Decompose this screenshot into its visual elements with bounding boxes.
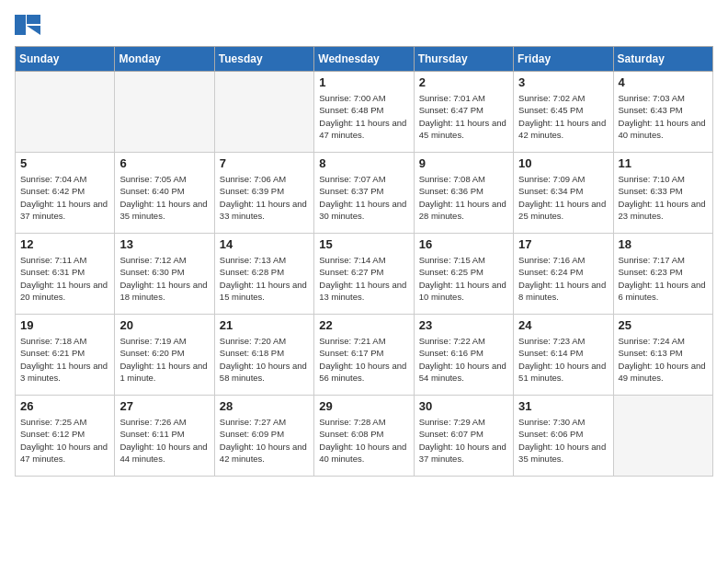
day-number: 11	[619, 156, 708, 170]
day-detail: Sunrise: 7:08 AMSunset: 6:36 PMDaylight:…	[419, 173, 508, 222]
calendar-cell: 7Sunrise: 7:06 AMSunset: 6:39 PMDaylight…	[214, 153, 313, 234]
calendar-cell: 2Sunrise: 7:01 AMSunset: 6:47 PMDaylight…	[414, 72, 513, 153]
svg-rect-1	[27, 15, 40, 24]
day-detail: Sunrise: 7:20 AMSunset: 6:18 PMDaylight:…	[220, 335, 309, 384]
day-detail: Sunrise: 7:25 AMSunset: 6:12 PMDaylight:…	[20, 416, 109, 465]
svg-rect-0	[15, 15, 26, 35]
day-number: 13	[119, 237, 209, 251]
calendar-week-row: 19Sunrise: 7:18 AMSunset: 6:21 PMDayligh…	[16, 315, 713, 396]
calendar-cell: 18Sunrise: 7:17 AMSunset: 6:23 PMDayligh…	[613, 234, 712, 315]
day-detail: Sunrise: 7:24 AMSunset: 6:13 PMDaylight:…	[619, 335, 708, 384]
day-detail: Sunrise: 7:05 AMSunset: 6:40 PMDaylight:…	[119, 173, 209, 222]
day-number: 25	[619, 318, 708, 332]
calendar-header-row: SundayMondayTuesdayWednesdayThursdayFrid…	[16, 47, 713, 72]
day-number: 23	[419, 318, 508, 332]
day-detail: Sunrise: 7:04 AMSunset: 6:42 PMDaylight:…	[20, 173, 109, 222]
day-number: 6	[119, 156, 209, 170]
day-number: 19	[20, 318, 109, 332]
calendar-cell: 9Sunrise: 7:08 AMSunset: 6:36 PMDaylight…	[414, 153, 513, 234]
day-detail: Sunrise: 7:11 AMSunset: 6:31 PMDaylight:…	[20, 254, 109, 303]
column-header-thursday: Thursday	[414, 47, 513, 72]
calendar-cell: 31Sunrise: 7:30 AMSunset: 6:06 PMDayligh…	[514, 396, 613, 477]
day-number: 24	[518, 318, 608, 332]
day-number: 27	[119, 399, 209, 413]
calendar-cell: 25Sunrise: 7:24 AMSunset: 6:13 PMDayligh…	[613, 315, 712, 396]
day-detail: Sunrise: 7:14 AMSunset: 6:27 PMDaylight:…	[319, 254, 408, 303]
day-detail: Sunrise: 7:06 AMSunset: 6:39 PMDaylight:…	[220, 173, 309, 222]
calendar-week-row: 1Sunrise: 7:00 AMSunset: 6:48 PMDaylight…	[16, 72, 713, 153]
day-number: 12	[20, 237, 109, 251]
calendar-cell	[16, 72, 115, 153]
day-detail: Sunrise: 7:15 AMSunset: 6:25 PMDaylight:…	[419, 254, 508, 303]
day-detail: Sunrise: 7:07 AMSunset: 6:37 PMDaylight:…	[319, 173, 408, 222]
calendar-cell: 16Sunrise: 7:15 AMSunset: 6:25 PMDayligh…	[414, 234, 513, 315]
calendar-cell: 1Sunrise: 7:00 AMSunset: 6:48 PMDaylight…	[314, 72, 414, 153]
day-number: 29	[319, 399, 408, 413]
day-detail: Sunrise: 7:30 AMSunset: 6:06 PMDaylight:…	[518, 416, 608, 465]
day-detail: Sunrise: 7:09 AMSunset: 6:34 PMDaylight:…	[518, 173, 608, 222]
calendar-cell: 24Sunrise: 7:23 AMSunset: 6:14 PMDayligh…	[514, 315, 613, 396]
day-detail: Sunrise: 7:27 AMSunset: 6:09 PMDaylight:…	[220, 416, 309, 465]
calendar-cell: 21Sunrise: 7:20 AMSunset: 6:18 PMDayligh…	[214, 315, 313, 396]
day-number: 17	[518, 237, 608, 251]
day-number: 9	[419, 156, 508, 170]
day-detail: Sunrise: 7:12 AMSunset: 6:30 PMDaylight:…	[119, 254, 209, 303]
calendar-cell: 17Sunrise: 7:16 AMSunset: 6:24 PMDayligh…	[514, 234, 613, 315]
day-number: 22	[319, 318, 408, 332]
day-number: 30	[419, 399, 508, 413]
column-header-monday: Monday	[115, 47, 214, 72]
day-number: 20	[119, 318, 209, 332]
calendar-cell: 4Sunrise: 7:03 AMSunset: 6:43 PMDaylight…	[613, 72, 712, 153]
day-number: 3	[518, 75, 608, 89]
day-number: 10	[518, 156, 608, 170]
page-header	[15, 15, 713, 35]
day-detail: Sunrise: 7:29 AMSunset: 6:07 PMDaylight:…	[419, 416, 508, 465]
day-number: 7	[220, 156, 309, 170]
column-header-sunday: Sunday	[16, 47, 115, 72]
day-number: 18	[619, 237, 708, 251]
day-number: 31	[518, 399, 608, 413]
calendar-cell: 23Sunrise: 7:22 AMSunset: 6:16 PMDayligh…	[414, 315, 513, 396]
day-detail: Sunrise: 7:23 AMSunset: 6:14 PMDaylight:…	[518, 335, 608, 384]
day-number: 1	[319, 75, 408, 89]
day-detail: Sunrise: 7:19 AMSunset: 6:20 PMDaylight:…	[119, 335, 209, 384]
calendar-cell: 26Sunrise: 7:25 AMSunset: 6:12 PMDayligh…	[16, 396, 115, 477]
day-number: 2	[419, 75, 508, 89]
column-header-saturday: Saturday	[613, 47, 712, 72]
day-number: 5	[20, 156, 109, 170]
calendar-cell: 22Sunrise: 7:21 AMSunset: 6:17 PMDayligh…	[314, 315, 414, 396]
day-detail: Sunrise: 7:18 AMSunset: 6:21 PMDaylight:…	[20, 335, 109, 384]
calendar-cell: 27Sunrise: 7:26 AMSunset: 6:11 PMDayligh…	[115, 396, 214, 477]
day-number: 16	[419, 237, 508, 251]
day-detail: Sunrise: 7:10 AMSunset: 6:33 PMDaylight:…	[619, 173, 708, 222]
day-detail: Sunrise: 7:13 AMSunset: 6:28 PMDaylight:…	[220, 254, 309, 303]
calendar-cell	[115, 72, 214, 153]
day-detail: Sunrise: 7:00 AMSunset: 6:48 PMDaylight:…	[319, 92, 408, 141]
calendar-cell: 15Sunrise: 7:14 AMSunset: 6:27 PMDayligh…	[314, 234, 414, 315]
calendar-cell: 19Sunrise: 7:18 AMSunset: 6:21 PMDayligh…	[16, 315, 115, 396]
column-header-tuesday: Tuesday	[214, 47, 313, 72]
calendar-cell: 28Sunrise: 7:27 AMSunset: 6:09 PMDayligh…	[214, 396, 313, 477]
calendar-week-row: 12Sunrise: 7:11 AMSunset: 6:31 PMDayligh…	[16, 234, 713, 315]
logo-icon	[15, 15, 40, 35]
calendar-table: SundayMondayTuesdayWednesdayThursdayFrid…	[15, 46, 713, 477]
day-number: 15	[319, 237, 408, 251]
day-detail: Sunrise: 7:22 AMSunset: 6:16 PMDaylight:…	[419, 335, 508, 384]
day-number: 26	[20, 399, 109, 413]
day-detail: Sunrise: 7:21 AMSunset: 6:17 PMDaylight:…	[319, 335, 408, 384]
day-number: 4	[619, 75, 708, 89]
day-detail: Sunrise: 7:17 AMSunset: 6:23 PMDaylight:…	[619, 254, 708, 303]
calendar-cell: 12Sunrise: 7:11 AMSunset: 6:31 PMDayligh…	[16, 234, 115, 315]
day-detail: Sunrise: 7:26 AMSunset: 6:11 PMDaylight:…	[119, 416, 209, 465]
day-number: 8	[319, 156, 408, 170]
calendar-cell: 13Sunrise: 7:12 AMSunset: 6:30 PMDayligh…	[115, 234, 214, 315]
calendar-cell: 6Sunrise: 7:05 AMSunset: 6:40 PMDaylight…	[115, 153, 214, 234]
calendar-cell: 14Sunrise: 7:13 AMSunset: 6:28 PMDayligh…	[214, 234, 313, 315]
calendar-cell: 8Sunrise: 7:07 AMSunset: 6:37 PMDaylight…	[314, 153, 414, 234]
calendar-cell: 10Sunrise: 7:09 AMSunset: 6:34 PMDayligh…	[514, 153, 613, 234]
day-detail: Sunrise: 7:03 AMSunset: 6:43 PMDaylight:…	[619, 92, 708, 141]
calendar-week-row: 26Sunrise: 7:25 AMSunset: 6:12 PMDayligh…	[16, 396, 713, 477]
column-header-friday: Friday	[514, 47, 613, 72]
calendar-cell: 3Sunrise: 7:02 AMSunset: 6:45 PMDaylight…	[514, 72, 613, 153]
calendar-week-row: 5Sunrise: 7:04 AMSunset: 6:42 PMDaylight…	[16, 153, 713, 234]
